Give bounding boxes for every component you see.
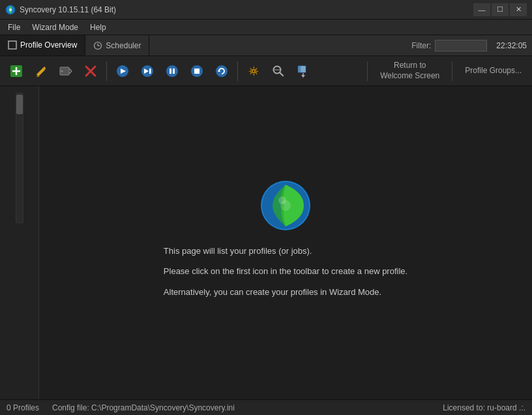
profile-overview-tab-icon	[8, 40, 17, 50]
svg-line-12	[69, 71, 72, 74]
maximize-button[interactable]: ☐	[492, 3, 509, 16]
close-button[interactable]: ✕	[510, 3, 527, 16]
profile-groups-button[interactable]: Profile Groups...	[460, 63, 527, 79]
svg-line-11	[69, 69, 72, 71]
svg-point-13	[61, 70, 63, 72]
svg-line-32	[280, 72, 284, 76]
toolbar-right: Return to Welcome Screen Profile Groups.…	[365, 58, 527, 84]
license-info: Licensed to: ru-board .:.	[443, 403, 525, 412]
app-title: Syncovery 10.15.11 (64 Bit)	[20, 5, 116, 14]
toolbar-sep-4	[452, 61, 452, 81]
welcome-logo	[259, 179, 312, 232]
scrollbar-thumb	[16, 95, 23, 114]
scheduler-tab-icon	[93, 41, 102, 50]
run-button[interactable]	[111, 60, 134, 82]
filter-area: Filter: 22:32:05	[411, 35, 532, 55]
tab-profile-overview[interactable]: Profile Overview	[0, 35, 85, 55]
svg-marker-38	[301, 75, 305, 78]
pause-button[interactable]	[161, 60, 183, 82]
search-button[interactable]	[267, 60, 289, 82]
play-icon	[115, 64, 130, 78]
toolbar-sep-1	[106, 61, 107, 81]
syncovery-logo-large	[259, 179, 312, 232]
app-icon	[5, 5, 16, 15]
svg-rect-22	[170, 69, 171, 74]
menu-help[interactable]: Help	[85, 22, 111, 33]
menu-wizard-mode[interactable]: Wizard Mode	[27, 22, 83, 33]
svg-rect-23	[173, 69, 175, 74]
time-display: 22:32:05	[491, 41, 527, 50]
tab-scheduler-label: Scheduler	[106, 41, 141, 50]
pause-icon	[165, 64, 179, 78]
rename-icon	[59, 64, 73, 78]
toolbar-sep-2	[237, 61, 238, 81]
welcome-line2: Please click on the first icon in the to…	[164, 265, 407, 278]
export-button[interactable]	[292, 60, 314, 82]
return-to-welcome-button[interactable]: Return to Welcome Screen	[375, 58, 445, 84]
tab-profile-overview-label: Profile Overview	[20, 40, 77, 50]
gear-icon	[246, 64, 261, 78]
filter-label: Filter:	[411, 41, 431, 50]
left-panel	[0, 86, 39, 399]
svg-rect-36	[301, 66, 306, 72]
tab-scheduler[interactable]: Scheduler	[85, 35, 149, 55]
title-bar: Syncovery 10.15.11 (64 Bit) — ☐ ✕	[0, 0, 532, 20]
stop-button[interactable]	[186, 60, 208, 82]
tab-bar: Profile Overview Scheduler Filter: 22:32…	[0, 35, 532, 56]
profiles-count: 0 Profiles	[7, 403, 39, 412]
title-bar-left: Syncovery 10.15.11 (64 Bit)	[5, 5, 116, 15]
return-btn-line1: Return to	[394, 61, 426, 70]
stop-icon	[190, 64, 204, 78]
toolbar-sep-3	[367, 61, 368, 81]
add-profile-button[interactable]	[5, 60, 27, 82]
return-btn-line2: Welcome Screen	[380, 71, 439, 80]
search-icon	[271, 64, 286, 78]
title-controls[interactable]: — ☐ ✕	[473, 3, 527, 16]
add-icon	[9, 64, 23, 78]
svg-point-1	[9, 8, 12, 11]
filter-input[interactable]	[435, 40, 487, 52]
delete-icon	[83, 64, 98, 78]
svg-rect-2	[8, 41, 16, 49]
scrollbar[interactable]	[16, 93, 23, 223]
svg-point-26	[216, 65, 228, 77]
svg-rect-20	[149, 69, 151, 74]
center-content: This page will list your profiles (or jo…	[39, 86, 532, 399]
reload-button[interactable]	[211, 60, 233, 82]
minimize-button[interactable]: —	[473, 3, 490, 16]
welcome-text: This page will list your profiles (or jo…	[164, 245, 407, 307]
svg-point-42	[278, 196, 286, 204]
svg-point-30	[253, 70, 255, 72]
rename-button[interactable]	[55, 60, 77, 82]
menu-file[interactable]: File	[3, 22, 25, 33]
main-content: This page will list your profiles (or jo…	[0, 86, 532, 399]
settings-button[interactable]	[243, 60, 265, 82]
toolbar: Return to Welcome Screen Profile Groups.…	[0, 56, 532, 86]
config-file: Config file: C:\ProgramData\Syncovery\Sy…	[52, 403, 235, 412]
welcome-line3: Alternatively, you can create your profi…	[164, 286, 407, 299]
delete-button[interactable]	[80, 60, 102, 82]
run-next-icon	[140, 64, 155, 78]
export-icon	[296, 64, 310, 78]
menu-bar: File Wizard Mode Help	[0, 20, 532, 35]
edit-icon	[34, 64, 48, 78]
svg-point-21	[166, 65, 178, 77]
edit-profile-button[interactable]	[30, 60, 52, 82]
reload-icon	[214, 64, 229, 78]
status-bar: 0 Profiles Config file: C:\ProgramData\S…	[0, 399, 532, 415]
svg-rect-25	[194, 69, 200, 74]
run-next-button[interactable]	[136, 60, 158, 82]
welcome-line1: This page will list your profiles (or jo…	[164, 245, 407, 258]
